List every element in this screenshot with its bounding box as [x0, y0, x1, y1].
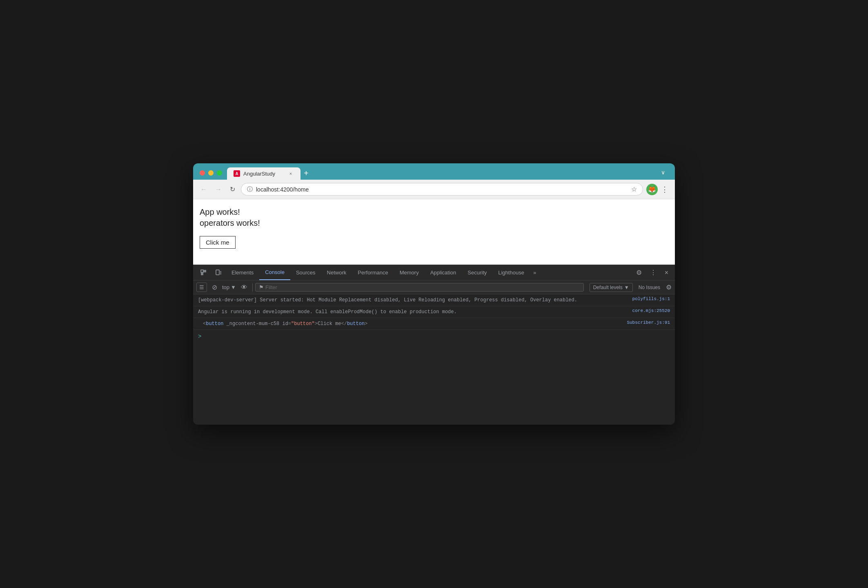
- console-line-2-link[interactable]: core.mjs:25520: [632, 308, 670, 313]
- attr1: _ngcontent-mum-c58: [223, 321, 279, 327]
- filter-input[interactable]: [265, 284, 580, 290]
- avatar-icon: 🦊: [648, 185, 656, 193]
- tab-close-button[interactable]: ×: [287, 170, 294, 177]
- html-output: <button _ngcontent-mum-c58 id="button">C…: [203, 320, 367, 327]
- attr-value: "button": [291, 321, 315, 327]
- console-settings-button[interactable]: ⚙: [666, 283, 672, 291]
- tab-lighthouse[interactable]: Lighthouse: [492, 265, 530, 280]
- title-bar: A AngularStudy × + ∨: [193, 163, 675, 180]
- tab-application[interactable]: Application: [425, 265, 462, 280]
- tab-title: AngularStudy: [243, 171, 284, 177]
- address-bar[interactable]: ⓘ localhost:4200/home ☆: [241, 183, 643, 196]
- inner-text: Click me: [318, 321, 341, 327]
- no-issues-badge: No Issues: [635, 283, 663, 292]
- filter-bar[interactable]: ⚑: [255, 283, 584, 292]
- app-works-text: App works!: [200, 207, 668, 217]
- tab-expand-button[interactable]: ∨: [658, 167, 668, 177]
- maximize-button[interactable]: [217, 170, 222, 176]
- avatar[interactable]: 🦊: [646, 184, 658, 195]
- console-context-arrow: ▼: [231, 284, 236, 290]
- console-sidebar-button[interactable]: ☰: [196, 283, 207, 292]
- console-line-1: [webpack-dev-server] Server started: Hot…: [193, 294, 675, 306]
- console-clear-button[interactable]: ⊘: [209, 282, 220, 292]
- reload-icon: ↻: [230, 185, 235, 193]
- console-output: [webpack-dev-server] Server started: Hot…: [193, 294, 675, 425]
- devtools-panel: Elements Console Sources Network Perform…: [193, 265, 675, 425]
- devtools-device-icon[interactable]: [211, 266, 226, 279]
- tab-bar: A AngularStudy × + ∨: [227, 167, 668, 180]
- back-icon: ←: [200, 186, 207, 193]
- default-levels-arrow: ▼: [624, 285, 629, 290]
- new-tab-button[interactable]: +: [300, 169, 312, 177]
- devtools-more-button[interactable]: ⋮: [647, 266, 660, 279]
- console-toolbar: ☰ ⊘ top ▼ 👁 ⚑ Default levels ▼ No Issues: [193, 281, 675, 294]
- console-line-2: Angular is running in development mode. …: [193, 306, 675, 318]
- console-ban-icon: ⊘: [212, 284, 217, 291]
- tab-security[interactable]: Security: [462, 265, 492, 280]
- nav-bar: ← → ↻ ⓘ localhost:4200/home ☆ 🦊 ⋮: [193, 180, 675, 199]
- svg-rect-7: [216, 270, 219, 275]
- window-controls: [200, 170, 222, 176]
- console-context-label: top: [222, 284, 229, 290]
- devtools-close-button[interactable]: ×: [661, 267, 672, 279]
- console-sidebar-icon: ☰: [199, 284, 204, 290]
- eye-icon: 👁: [241, 284, 247, 291]
- default-levels-button[interactable]: Default levels ▼: [590, 283, 633, 292]
- url-text: localhost:4200/home: [256, 186, 628, 193]
- tab-memory[interactable]: Memory: [394, 265, 425, 280]
- close-button[interactable]: [200, 170, 205, 176]
- operators-works-text: operators works!: [200, 218, 668, 228]
- bookmark-icon[interactable]: ☆: [631, 185, 637, 193]
- devtools-settings-button[interactable]: ⚙: [633, 266, 645, 279]
- browser-window: A AngularStudy × + ∨ ← → ↻ ⓘ localhost:4…: [193, 163, 675, 425]
- click-me-button[interactable]: Click me: [200, 236, 236, 249]
- info-icon: ⓘ: [247, 186, 253, 193]
- console-line-1-text: [webpack-dev-server] Server started: Hot…: [198, 296, 628, 304]
- tab-favicon: A: [234, 170, 240, 177]
- minimize-button[interactable]: [208, 170, 214, 176]
- html-line-link[interactable]: Subscriber.js:91: [627, 320, 670, 327]
- attr2: id: [282, 321, 288, 327]
- devtools-tabs: Elements Console Sources Network Perform…: [226, 265, 633, 280]
- console-html-line: <button _ngcontent-mum-c58 id="button">C…: [193, 318, 675, 330]
- tab-console[interactable]: Console: [259, 265, 290, 280]
- tab-performance[interactable]: Performance: [352, 265, 394, 280]
- tag-name: button: [206, 321, 223, 327]
- forward-button[interactable]: →: [213, 184, 224, 195]
- more-tabs-button[interactable]: »: [530, 266, 539, 279]
- tab-sources[interactable]: Sources: [290, 265, 321, 280]
- back-button[interactable]: ←: [198, 184, 209, 195]
- devtools-inspect-icon[interactable]: [196, 266, 211, 279]
- console-context-selector[interactable]: top ▼: [222, 284, 236, 290]
- default-levels-label: Default levels: [593, 285, 623, 290]
- console-prompt[interactable]: >: [193, 330, 675, 343]
- console-line-1-link[interactable]: polyfills.js:1: [632, 296, 670, 301]
- reload-button[interactable]: ↻: [227, 184, 238, 195]
- devtools-right-icons: ⚙ ⋮ ×: [633, 266, 672, 279]
- page-content: App works! operators works! Click me: [193, 199, 675, 265]
- console-empty-area: [193, 343, 675, 425]
- devtools-tabs-toolbar: Elements Console Sources Network Perform…: [193, 265, 675, 281]
- console-eye-button[interactable]: 👁: [238, 283, 250, 292]
- tab-elements[interactable]: Elements: [226, 265, 259, 280]
- console-divider: [252, 283, 253, 292]
- nav-right-controls: 🦊 ⋮: [646, 183, 670, 196]
- browser-more-button[interactable]: ⋮: [659, 183, 670, 196]
- filter-icon: ⚑: [259, 284, 264, 290]
- forward-icon: →: [215, 186, 222, 193]
- active-tab[interactable]: A AngularStudy ×: [227, 167, 300, 180]
- favicon-letter: A: [235, 172, 238, 176]
- svg-rect-0: [201, 270, 203, 272]
- console-line-2-text: Angular is running in development mode. …: [198, 308, 628, 316]
- tab-network[interactable]: Network: [321, 265, 352, 280]
